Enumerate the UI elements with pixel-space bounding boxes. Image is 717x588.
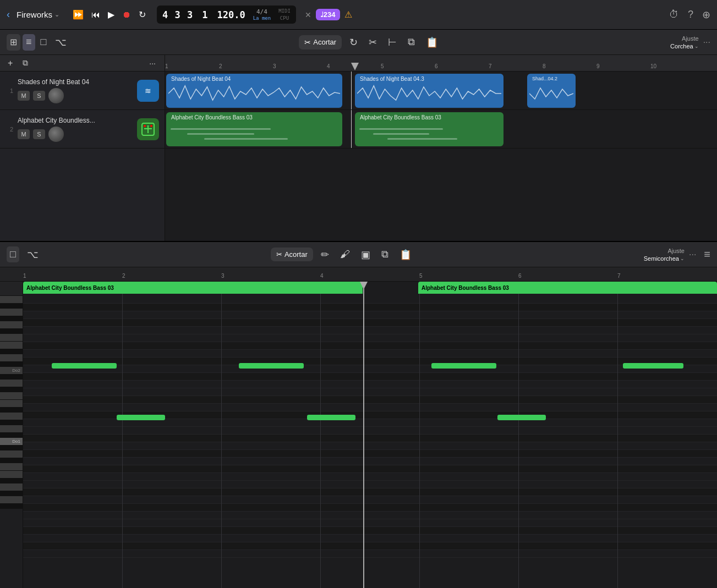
piano-key-Gb1[interactable] — [0, 413, 23, 420]
track-2-solo[interactable]: S — [33, 129, 45, 139]
grid-view-button[interactable]: ⊞ — [7, 34, 20, 51]
piano-key-Db2[interactable] — [0, 362, 23, 367]
piano-key-A1[interactable] — [0, 387, 23, 392]
piano-key-G1[interactable] — [0, 400, 23, 408]
fast-forward-button[interactable]: ⏩ — [73, 9, 84, 20]
note-2[interactable] — [239, 363, 304, 369]
track-1-volume-knob[interactable] — [48, 88, 64, 103]
pr-tool-button[interactable]: ⌥ — [24, 246, 42, 263]
help-icon[interactable]: ? — [688, 9, 693, 20]
piano-key-G2[interactable] — [0, 321, 23, 329]
split-btn[interactable]: ⊢ — [385, 34, 400, 51]
pr-pencil-button[interactable]: ✏ — [318, 246, 332, 263]
track-1-clip-1[interactable]: Shades of Night Beat 04 — [166, 74, 342, 108]
piano-key-F0[interactable] — [0, 479, 23, 483]
track-1-solo[interactable]: S — [33, 91, 45, 101]
piano-key-Gb0[interactable] — [0, 483, 23, 491]
piano-key-B2[interactable] — [0, 296, 23, 304]
pr-copy-button[interactable]: ⧉ — [378, 246, 392, 262]
pr-brush-button[interactable]: 🖌 — [337, 246, 353, 262]
project-name[interactable]: Fireworks ⌄ — [17, 10, 59, 19]
tempo-display[interactable]: 120.0 — [217, 9, 245, 20]
loop-btn[interactable]: ↻ — [346, 34, 361, 51]
piano-key-C1[interactable]: Do1 — [0, 438, 23, 446]
note-1[interactable] — [52, 363, 117, 369]
pr-lines-button[interactable]: ≡ — [704, 248, 710, 261]
track-2-clip-2[interactable]: Alphabet City Boundless Bass 03 — [355, 112, 503, 146]
list-view-button[interactable]: ≡ — [23, 34, 35, 51]
paste-btn[interactable]: 📋 — [423, 34, 441, 51]
record-button[interactable]: ⏺ — [122, 10, 131, 20]
copy-region-btn[interactable]: ⧉ — [404, 34, 418, 50]
piano-key-B1[interactable] — [0, 375, 23, 380]
piano-key-F2[interactable] — [0, 334, 23, 342]
pr-box-view-button[interactable]: □ — [7, 246, 19, 262]
pr-region-2[interactable]: Alphabet City Boundless Bass 03 — [418, 282, 717, 294]
track-more-button[interactable]: ··· — [146, 57, 159, 70]
acortar-button[interactable]: ✂ Acortar — [299, 35, 342, 50]
piano-key-Bb0[interactable] — [0, 450, 23, 458]
piano-key-Ab1[interactable] — [0, 392, 23, 400]
clock-icon[interactable]: ⏱ — [669, 9, 679, 20]
back-button[interactable]: ‹ — [7, 9, 10, 20]
piano-key-Eb2[interactable] — [0, 349, 23, 354]
adjust-value[interactable]: Corchea ⌄ — [670, 43, 699, 50]
piano-key-Bb2[interactable] — [0, 304, 23, 309]
track-2-mute[interactable]: M — [18, 129, 30, 139]
piano-key-A2[interactable] — [0, 309, 23, 316]
piano-key-E1[interactable] — [0, 420, 23, 425]
track-2-volume-knob[interactable] — [48, 127, 64, 142]
track-1-content[interactable]: Shades of Night Beat 04 Shades of Night … — [165, 72, 717, 110]
loop-button[interactable]: ↻ — [139, 9, 146, 20]
track-2-content[interactable]: Alphabet City Boundless Bass 03 Alphabet… — [165, 110, 717, 149]
pr-more-options[interactable]: ··· — [689, 250, 696, 260]
track-1-mute[interactable]: M — [18, 91, 30, 101]
piano-key-F1[interactable] — [0, 408, 23, 413]
piano-key-Db1[interactable] — [0, 433, 23, 438]
piano-key-B0[interactable] — [0, 446, 23, 450]
track-1-clip-3[interactable]: Shad...04.2 — [527, 74, 576, 108]
piano-key-Ab2[interactable] — [0, 316, 23, 321]
clear-button[interactable]: ✕ — [305, 10, 311, 19]
ruler-label-2: 2 — [219, 63, 222, 69]
piano-key-Db0[interactable] — [0, 504, 23, 509]
skip-back-button[interactable]: ⏮ — [91, 10, 100, 20]
note-3[interactable] — [431, 363, 496, 369]
piano-roll-grid[interactable]: Alphabet City Boundless Bass 03 Alphabet… — [23, 282, 717, 588]
pr-region-button[interactable]: ▣ — [358, 246, 374, 263]
track-2-clip-1[interactable]: Alphabet City Boundless Bass 03 — [166, 112, 342, 146]
waveform-2 — [357, 84, 501, 103]
play-button[interactable]: ▶ — [108, 9, 114, 20]
piano-key-E0[interactable] — [0, 491, 23, 496]
piano-key-E2[interactable] — [0, 342, 23, 349]
note-count-badge[interactable]: ♩234 — [316, 9, 340, 20]
piano-key-A0[interactable] — [0, 458, 23, 463]
note-5[interactable] — [117, 415, 165, 420]
piano-key-C2[interactable]: Do2 — [0, 367, 23, 375]
box-view-button[interactable]: □ — [37, 34, 50, 51]
piano-key-Bb1[interactable] — [0, 380, 23, 387]
piano-key-D0[interactable] — [0, 496, 23, 504]
piano-key-G0[interactable] — [0, 471, 23, 479]
pr-paste-button[interactable]: 📋 — [396, 246, 415, 263]
tool-button[interactable]: ⌥ — [52, 34, 70, 51]
pr-region-1[interactable]: Alphabet City Boundless Bass 03 — [23, 282, 363, 294]
track-1-icon[interactable]: ≋ — [137, 80, 159, 102]
duplicate-track-button[interactable]: ⧉ — [19, 56, 31, 70]
scissors-btn[interactable]: ✂ — [365, 34, 380, 51]
pr-adjust-value[interactable]: Semicorchea ⌄ — [644, 255, 685, 262]
more-options-button[interactable]: ··· — [703, 37, 710, 47]
note-7[interactable] — [497, 415, 546, 420]
ruler-label-8: 8 — [543, 63, 546, 69]
pr-acortar-button[interactable]: ✂ Acortar — [271, 248, 313, 261]
piano-key-Ab0[interactable] — [0, 463, 23, 471]
track-1-clip-2[interactable]: Shades of Night Beat 04.3 — [355, 74, 503, 108]
note-6[interactable] — [307, 415, 355, 420]
piano-key-Gb2[interactable] — [0, 329, 23, 334]
piano-key-D1[interactable] — [0, 425, 23, 433]
track-2-icon[interactable] — [137, 118, 159, 140]
add-track-icon[interactable]: ⊕ — [702, 9, 710, 21]
piano-key-D2[interactable] — [0, 354, 23, 362]
add-track-button[interactable]: + — [6, 57, 15, 69]
note-4[interactable] — [623, 363, 683, 369]
